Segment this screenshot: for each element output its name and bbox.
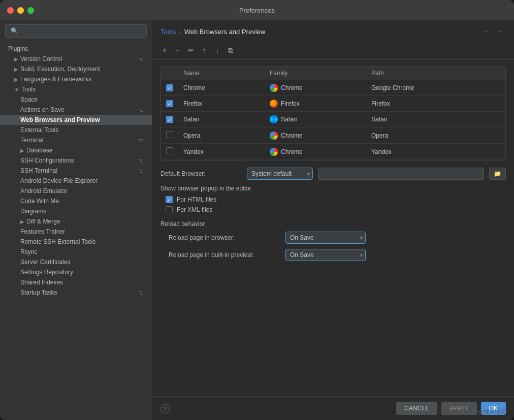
sidebar-item-ssh-terminal[interactable]: SSH Terminal ⌥ xyxy=(0,166,152,176)
for-html-checkbox[interactable] xyxy=(166,196,173,203)
row-name: Yandex xyxy=(178,144,265,160)
sidebar-item-terminal[interactable]: Terminal ⌥ xyxy=(0,135,152,145)
default-browser-row: Default Browser: System default Chrome F… xyxy=(160,168,506,180)
col-header-path[interactable]: Path xyxy=(366,67,505,80)
sidebar-item-diff-merge[interactable]: ▶ Diff & Merge xyxy=(0,216,152,227)
sidebar-item-actions-on-save[interactable]: Actions on Save ⌥ xyxy=(0,105,152,115)
sidebar-item-settings-repo[interactable]: Settings Repository xyxy=(0,267,152,277)
sidebar-item-external-tools[interactable]: External Tools xyxy=(0,125,152,135)
copy-button[interactable]: ⧉ xyxy=(224,44,237,56)
row-check[interactable] xyxy=(161,80,178,96)
nav-back-button[interactable]: ← xyxy=(480,26,492,37)
row-path: Google Chrome xyxy=(366,80,505,96)
table-row: Chrome Chrome Google Chrome xyxy=(161,80,505,96)
row-check[interactable] xyxy=(161,112,178,127)
nav-forward-button[interactable]: → xyxy=(495,26,506,37)
sidebar-item-label: Remote SSH External Tools xyxy=(20,238,96,245)
help-button[interactable]: ? xyxy=(160,404,170,413)
chrome-icon xyxy=(270,84,278,92)
sidebar-item-label: SSH Configurations xyxy=(20,157,74,164)
sidebar-item-label: Android Emulator xyxy=(20,187,68,195)
sidebar-item-label: Features Trainer xyxy=(20,228,65,235)
sidebar-item-label: Build, Execution, Deployment xyxy=(20,66,100,73)
col-header-family[interactable]: Family xyxy=(265,67,366,80)
col-header-check xyxy=(161,67,178,80)
sidebar-item-version-control[interactable]: ▶ Version Control ⌥ xyxy=(0,54,152,64)
default-browser-path-input[interactable] xyxy=(318,168,484,180)
sidebar-item-languages[interactable]: ▶ Languages & Frameworks xyxy=(0,74,152,84)
browser-table: Name Family Path Chrome Chrome xyxy=(161,67,505,160)
sidebar-item-web-browsers[interactable]: Web Browsers and Preview xyxy=(0,115,152,125)
browser-checkbox[interactable] xyxy=(166,84,173,91)
row-path: Yandex xyxy=(366,144,505,160)
row-check[interactable] xyxy=(161,127,178,144)
reload-preview-select[interactable]: On Save On Frame Deactivation Disabled xyxy=(285,249,366,261)
browse-button[interactable]: 📁 xyxy=(489,168,506,180)
sidebar-item-rsync[interactable]: Rsync xyxy=(0,247,152,257)
sidebar-item-ssh-config[interactable]: SSH Configurations ⌥ xyxy=(0,155,152,166)
sidebar: 🔍 Plugins ▶ Version Control ⌥ ▶ Build, E… xyxy=(0,20,152,420)
sidebar-item-tools[interactable]: ▼ Tools xyxy=(0,84,152,94)
move-up-button[interactable]: ↑ xyxy=(198,44,210,56)
minimize-button[interactable] xyxy=(17,7,24,14)
cancel-button[interactable]: CANCEL xyxy=(396,402,437,415)
show-popup-label: Show browser popup in the editor xyxy=(160,185,506,192)
browser-checkbox[interactable] xyxy=(166,131,173,138)
expand-icon: ▶ xyxy=(14,77,18,82)
sidebar-item-server-certs[interactable]: Server Certificates xyxy=(0,257,152,267)
sidebar-item-database[interactable]: ▶ Database xyxy=(0,145,152,155)
browser-checkbox[interactable] xyxy=(166,116,173,123)
breadcrumb: Tools › Web Browsers and Preview xyxy=(160,28,265,36)
add-button[interactable]: ＋ xyxy=(158,44,171,56)
col-header-name[interactable]: Name xyxy=(178,67,265,80)
for-xml-row: For XML files xyxy=(160,206,506,213)
footer-left: ? xyxy=(160,404,170,413)
sidebar-item-features-trainer[interactable]: Features Trainer xyxy=(0,227,152,237)
sidebar-item-space[interactable]: Space xyxy=(0,94,152,105)
row-check[interactable] xyxy=(161,96,178,112)
sidebar-item-android-emulator[interactable]: Android Emulator xyxy=(0,186,152,196)
search-icon: 🔍 xyxy=(11,27,18,35)
row-family: Chrome xyxy=(265,127,366,144)
sidebar-item-label: Android Device File Explorer xyxy=(20,177,98,184)
search-input[interactable] xyxy=(21,27,141,35)
expand-icon: ▶ xyxy=(20,148,24,153)
breadcrumb-root[interactable]: Tools xyxy=(160,28,176,36)
sidebar-item-plugins[interactable]: Plugins xyxy=(0,44,152,54)
watermark: @稀土掘金技术社区 xyxy=(456,408,506,416)
row-check[interactable] xyxy=(161,144,178,160)
sidebar-item-code-with-me[interactable]: Code With Me xyxy=(0,196,152,206)
remove-button[interactable]: － xyxy=(172,44,184,56)
sidebar-item-remote-ssh[interactable]: Remote SSH External Tools xyxy=(0,237,152,247)
sidebar-item-diagrams[interactable]: Diagrams xyxy=(0,206,152,216)
reload-page-label: Reload page in browser: xyxy=(169,234,280,241)
search-box[interactable]: 🔍 xyxy=(5,24,147,38)
reload-page-row: Reload page in browser: On Save On Frame… xyxy=(169,232,506,244)
sidebar-item-android-file[interactable]: Android Device File Explorer xyxy=(0,176,152,186)
row-name: Opera xyxy=(178,127,265,144)
table-row: Yandex Chrome Yandex xyxy=(161,144,505,160)
browser-checkbox[interactable] xyxy=(166,100,173,107)
window-title: Preferences xyxy=(239,7,275,14)
maximize-button[interactable] xyxy=(27,7,34,14)
close-button[interactable] xyxy=(7,7,14,14)
default-browser-select[interactable]: System default Chrome Firefox Safari xyxy=(247,168,313,180)
row-family: Chrome xyxy=(265,80,366,96)
sidebar-item-label: External Tools xyxy=(20,126,58,134)
sidebar-item-label: Tools xyxy=(21,86,36,93)
sidebar-item-shared-indexes[interactable]: Shared Indexes xyxy=(0,277,152,287)
for-xml-checkbox[interactable] xyxy=(166,206,173,213)
sidebar-badge: ⌥ xyxy=(138,56,144,62)
row-family: Safari xyxy=(265,112,366,127)
row-family: Firefox xyxy=(265,96,366,112)
sidebar-item-build[interactable]: ▶ Build, Execution, Deployment xyxy=(0,64,152,74)
sidebar-item-label: Plugins xyxy=(8,45,28,52)
reload-page-select[interactable]: On Save On Frame Deactivation Disabled xyxy=(285,232,366,244)
move-down-button[interactable]: ↓ xyxy=(211,44,223,56)
row-path: Safari xyxy=(366,112,505,127)
sidebar-item-label: Server Certificates xyxy=(20,259,71,266)
edit-button[interactable]: ✏ xyxy=(185,44,197,56)
sidebar-item-startup-tasks[interactable]: Startup Tasks ⌥ xyxy=(0,287,152,298)
browser-checkbox[interactable] xyxy=(166,147,173,154)
row-family: Chrome xyxy=(265,144,366,160)
